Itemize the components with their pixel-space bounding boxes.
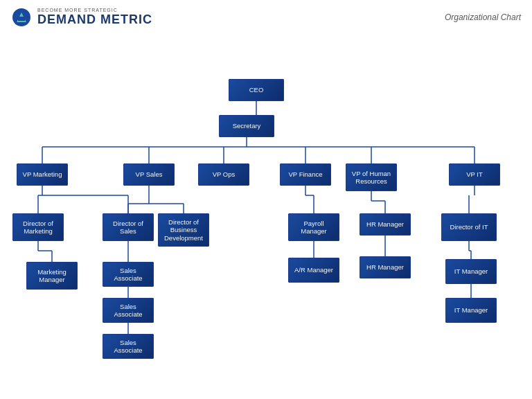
node-dir_sales: Director of Sales bbox=[103, 213, 154, 241]
node-hr_mgr1: HR Manager bbox=[360, 213, 411, 236]
node-dir_it: Director of IT bbox=[441, 213, 497, 241]
node-vp_it: VP IT bbox=[449, 163, 500, 186]
node-it_mgr2: IT Manager bbox=[445, 298, 497, 323]
node-dir_bizdev: Director of Business Development bbox=[158, 213, 209, 247]
node-it_mgr1: IT Manager bbox=[445, 259, 497, 284]
node-payroll_mgr: Payroll Manager bbox=[288, 213, 339, 241]
node-dir_marketing: Director of Marketing bbox=[12, 213, 64, 241]
logo-icon bbox=[11, 7, 32, 28]
chart-title: Organizational Chart bbox=[445, 12, 521, 22]
header: Become More Strategic Demand Metric Orga… bbox=[0, 0, 532, 30]
logo-area: Become More Strategic Demand Metric bbox=[11, 7, 152, 28]
node-ceo: CEO bbox=[229, 79, 284, 101]
node-vp_ops: VP Ops bbox=[198, 163, 249, 186]
node-secretary: Secretary bbox=[219, 115, 274, 137]
logo-name: Demand Metric bbox=[37, 12, 152, 27]
node-vp_sales: VP Sales bbox=[123, 163, 175, 186]
node-mktg_mgr: Marketing Manager bbox=[26, 262, 78, 290]
node-sales_assoc2: Sales Associate bbox=[103, 298, 154, 323]
logo-tagline: Become More Strategic bbox=[37, 8, 152, 12]
svg-rect-2 bbox=[18, 17, 25, 21]
node-vp_hr: VP of Human Resources bbox=[346, 163, 397, 191]
node-vp_marketing: VP Marketing bbox=[17, 163, 68, 186]
node-sales_assoc3: Sales Associate bbox=[103, 334, 154, 359]
org-chart: CEOSecretaryVP MarketingVP SalesVP OpsVP… bbox=[0, 30, 532, 391]
node-ar_mgr: A/R Manager bbox=[288, 258, 339, 283]
logo-text: Become More Strategic Demand Metric bbox=[37, 8, 152, 27]
node-hr_mgr2: HR Manager bbox=[360, 256, 411, 278]
node-sales_assoc1: Sales Associate bbox=[103, 262, 154, 287]
node-vp_finance: VP Finance bbox=[280, 163, 331, 186]
